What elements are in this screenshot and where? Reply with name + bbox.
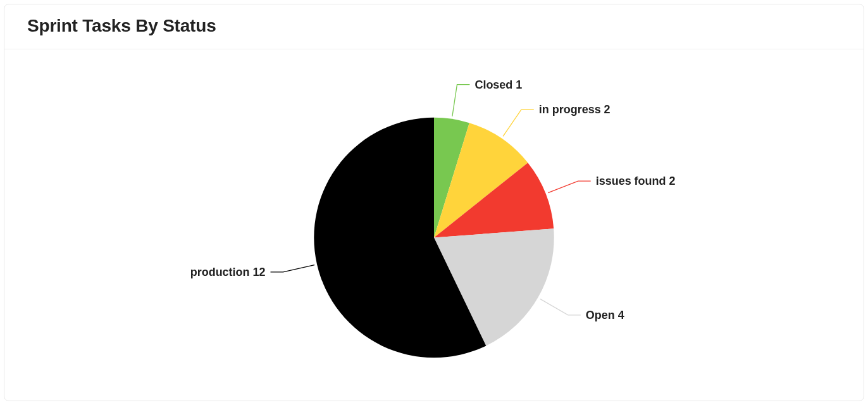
pie-chart: Closed 1in progress 2issues found 2Open … [4, 49, 864, 401]
sprint-tasks-card: Sprint Tasks By Status Closed 1in progre… [4, 4, 864, 401]
slice-label: production 12 [190, 266, 266, 278]
slice-label: in progress 2 [539, 103, 611, 116]
slice-label: Closed 1 [474, 78, 522, 91]
leader-line [540, 299, 581, 315]
card-header: Sprint Tasks By Status [4, 4, 864, 49]
card-title: Sprint Tasks By Status [27, 16, 841, 36]
leader-line [548, 181, 590, 193]
leader-line [452, 85, 470, 116]
slice-label: Open 4 [586, 309, 624, 321]
leader-line [503, 109, 534, 136]
slice-label: issues found 2 [596, 175, 676, 187]
card-body: Closed 1in progress 2issues found 2Open … [4, 49, 864, 401]
leader-line [271, 265, 315, 272]
